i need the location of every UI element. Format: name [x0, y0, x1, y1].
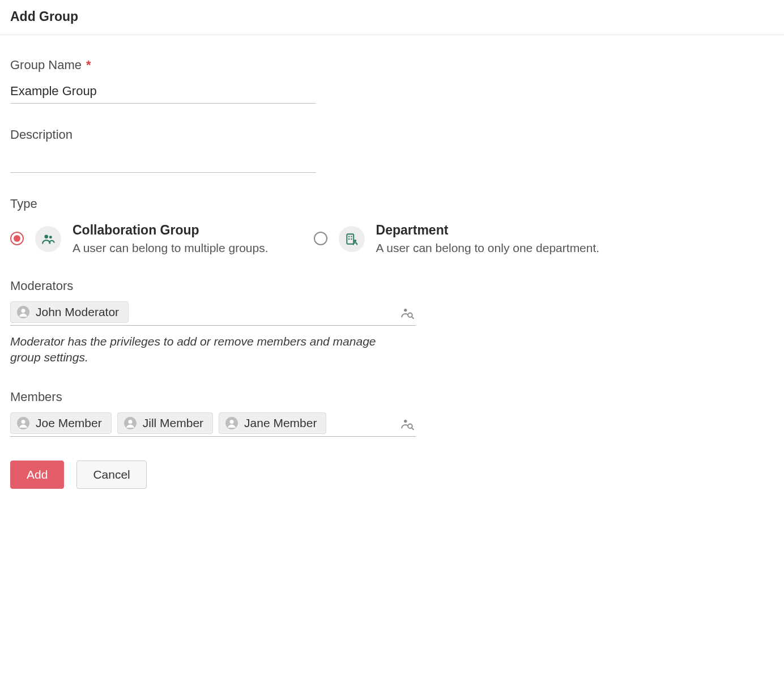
description-label: Description — [10, 127, 774, 142]
person-icon — [123, 416, 137, 430]
type-label: Type — [10, 197, 774, 211]
required-mark: * — [86, 59, 91, 71]
chip-label: Jill Member — [143, 416, 203, 430]
svg-rect-5 — [348, 238, 350, 240]
member-chip[interactable]: Jane Member — [219, 412, 326, 434]
svg-line-12 — [412, 317, 414, 318]
svg-point-1 — [49, 236, 52, 238]
members-picker[interactable]: Joe Member Jill Member Jane Member — [10, 412, 416, 437]
type-dept-desc: A user can belong to only one department… — [376, 241, 600, 255]
svg-point-10 — [404, 309, 407, 312]
radio-collaboration[interactable] — [10, 232, 24, 245]
type-collab-text: Collaboration Group A user can belong to… — [73, 223, 269, 255]
chip-label: Jane Member — [244, 416, 317, 430]
person-icon — [16, 305, 30, 319]
type-collab-title: Collaboration Group — [73, 223, 269, 238]
field-description: Description — [10, 127, 774, 173]
type-dept-text: Department A user can belong to only one… — [376, 223, 600, 255]
moderators-label: Moderators — [10, 279, 774, 293]
description-input[interactable] — [10, 150, 316, 173]
moderators-picker[interactable]: John Moderator — [10, 301, 416, 326]
chip-label: Joe Member — [36, 416, 102, 430]
department-icon — [339, 226, 365, 252]
user-search-icon[interactable] — [399, 415, 416, 432]
svg-line-21 — [412, 428, 414, 429]
field-moderators: Moderators John Moderator Moderat — [10, 279, 774, 366]
svg-rect-2 — [347, 234, 353, 244]
members-label: Members — [10, 390, 774, 404]
svg-point-16 — [128, 420, 132, 424]
field-members: Members Joe Member Jill Member — [10, 390, 774, 437]
group-icon — [35, 226, 61, 252]
group-name-label-text: Group Name — [10, 58, 82, 73]
group-name-input[interactable] — [10, 80, 316, 104]
svg-point-19 — [404, 420, 407, 423]
user-search-icon[interactable] — [399, 304, 416, 321]
add-button[interactable]: Add — [10, 461, 64, 489]
svg-rect-6 — [351, 238, 352, 240]
dialog-header: Add Group — [0, 0, 784, 35]
type-option-department[interactable]: Department A user can belong to only one… — [314, 223, 600, 255]
person-icon — [225, 416, 238, 430]
radio-department[interactable] — [314, 232, 327, 245]
field-type: Type Collaboration Group A user can belo… — [10, 197, 774, 255]
type-options: Collaboration Group A user can belong to… — [10, 223, 774, 255]
moderator-chip[interactable]: John Moderator — [10, 301, 129, 323]
svg-rect-3 — [348, 236, 350, 237]
group-name-label: Group Name * — [10, 58, 774, 73]
page-title: Add Group — [10, 9, 774, 24]
person-icon — [16, 416, 30, 430]
moderators-chips: John Moderator — [10, 301, 129, 323]
member-chip[interactable]: Joe Member — [10, 412, 112, 434]
type-option-collaboration[interactable]: Collaboration Group A user can belong to… — [10, 223, 269, 255]
moderators-helper: Moderator has the privileges to add or r… — [10, 334, 407, 366]
type-dept-title: Department — [376, 223, 600, 238]
svg-point-7 — [353, 240, 356, 242]
member-chip[interactable]: Jill Member — [117, 412, 213, 434]
add-group-form: Group Name * Description Type — [0, 35, 784, 512]
svg-point-9 — [22, 309, 25, 313]
field-group-name: Group Name * — [10, 58, 774, 104]
svg-point-14 — [22, 420, 25, 424]
members-chips: Joe Member Jill Member Jane Member — [10, 412, 326, 434]
svg-point-18 — [230, 420, 234, 424]
svg-rect-4 — [351, 236, 352, 237]
cancel-button[interactable]: Cancel — [76, 461, 146, 489]
svg-point-0 — [45, 235, 49, 238]
form-actions: Add Cancel — [10, 461, 774, 489]
type-collab-desc: A user can belong to multiple groups. — [73, 241, 269, 255]
chip-label: John Moderator — [36, 305, 119, 319]
